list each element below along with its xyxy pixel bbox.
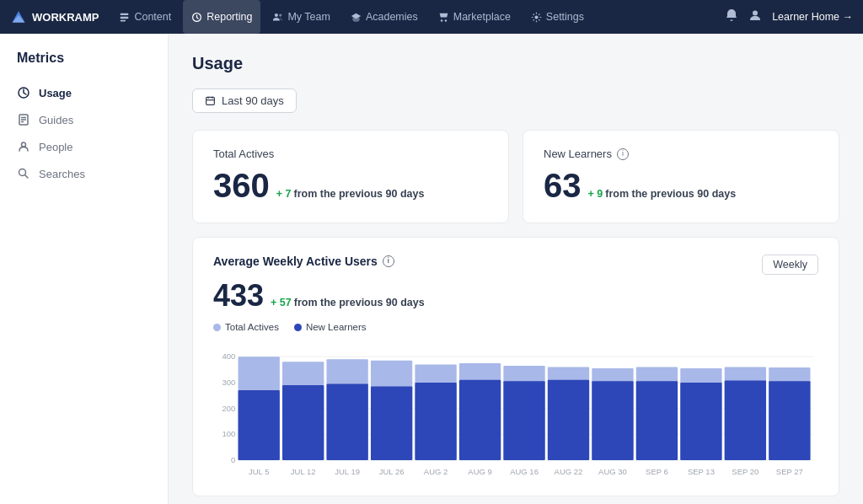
svg-text:AUG 9: AUG 9 — [468, 468, 492, 476]
svg-rect-44 — [371, 387, 412, 460]
nav-academies[interactable]: Academies — [342, 0, 426, 34]
chart-delta: + 57 from the previous 90 days — [271, 297, 425, 308]
svg-text:400: 400 — [222, 352, 236, 361]
stat-card-new-learners: New Learners i 63 + 9 from the previous … — [523, 130, 839, 223]
legend-dot-new-learners — [294, 324, 302, 331]
nav-content[interactable]: Content — [110, 0, 180, 34]
svg-rect-68 — [725, 380, 766, 460]
chart-svg: 0100200300400JUL 5JUL 12JUL 19JUL 26AUG … — [213, 344, 818, 479]
stats-row: Total Actives 360 + 7 from the previous … — [192, 130, 839, 223]
svg-text:200: 200 — [222, 405, 236, 413]
svg-text:SEP 27: SEP 27 — [776, 468, 803, 476]
svg-rect-59 — [592, 381, 633, 460]
date-filter-label: Last 90 days — [222, 94, 284, 107]
sidebar-item-usage[interactable]: Usage — [0, 79, 168, 106]
nav-settings[interactable]: Settings — [523, 0, 592, 34]
logo[interactable]: WORKRAMP — [10, 8, 99, 25]
app-layout: Metrics Usage Guides People — [0, 34, 863, 504]
svg-text:0: 0 — [231, 456, 235, 464]
svg-rect-35 — [239, 390, 280, 460]
svg-text:SEP 20: SEP 20 — [732, 468, 758, 476]
svg-text:JUL 19: JUL 19 — [335, 468, 360, 476]
top-navigation: WORKRAMP Content Reporting My Team Acade… — [0, 0, 863, 34]
svg-text:AUG 22: AUG 22 — [555, 468, 583, 476]
svg-point-17 — [22, 142, 26, 147]
svg-rect-62 — [636, 381, 678, 460]
bell-icon[interactable] — [725, 8, 738, 25]
sidebar-item-searches[interactable]: Searches — [0, 160, 168, 187]
legend-new-learners: New Learners — [294, 322, 367, 332]
svg-point-8 — [441, 19, 442, 21]
svg-point-7 — [280, 13, 282, 16]
svg-line-19 — [25, 175, 29, 179]
date-filter-button[interactable]: Last 90 days — [192, 88, 297, 113]
sidebar-title: Metrics — [0, 51, 168, 79]
svg-rect-3 — [121, 16, 129, 18]
stat-value-new-learners: 63 + 9 from the previous 90 days — [544, 169, 818, 202]
svg-text:AUG 16: AUG 16 — [510, 468, 539, 476]
learner-home-link[interactable]: Learner Home → — [772, 11, 853, 23]
svg-text:JUL 5: JUL 5 — [249, 468, 269, 476]
chart-header: Average Weekly Active Users i Weekly — [213, 255, 818, 275]
chart-title: Average Weekly Active Users i — [213, 255, 394, 268]
svg-text:SEP 6: SEP 6 — [646, 468, 668, 476]
svg-text:AUG 2: AUG 2 — [424, 468, 448, 476]
user-icon[interactable] — [748, 8, 762, 25]
nav-right: Learner Home → — [725, 8, 853, 25]
svg-rect-50 — [459, 380, 501, 460]
page-title: Usage — [192, 54, 839, 73]
chart-big-value: 433 + 57 from the previous 90 days — [213, 278, 818, 314]
stat-label-new-learners: New Learners i — [544, 147, 818, 160]
stat-delta-new-learners: + 9 from the previous 90 days — [588, 189, 737, 200]
chart-period-button[interactable]: Weekly — [762, 255, 818, 275]
stat-value-total-actives: 360 + 7 from the previous 90 days — [213, 169, 488, 202]
svg-rect-53 — [503, 381, 544, 460]
nav-reporting[interactable]: Reporting — [183, 0, 260, 34]
svg-text:300: 300 — [222, 378, 236, 387]
stat-card-total-actives: Total Actives 360 + 7 from the previous … — [192, 130, 509, 223]
sidebar-item-guides[interactable]: Guides — [0, 106, 168, 133]
sidebar: Metrics Usage Guides People — [0, 34, 169, 504]
svg-point-6 — [275, 13, 278, 17]
stat-label-total-actives: Total Actives — [213, 147, 488, 160]
main-content: Usage Last 90 days Total Actives 360 + 7 — [169, 34, 863, 504]
svg-rect-41 — [327, 383, 368, 460]
svg-rect-20 — [206, 97, 215, 105]
svg-marker-1 — [13, 15, 25, 22]
svg-text:JUL 26: JUL 26 — [379, 468, 405, 476]
chart-legend: Total Actives New Learners — [213, 322, 818, 332]
svg-text:JUL 12: JUL 12 — [291, 468, 316, 476]
legend-dot-total-actives — [213, 324, 221, 331]
svg-rect-71 — [769, 381, 810, 460]
svg-text:AUG 30: AUG 30 — [598, 468, 627, 476]
svg-rect-38 — [282, 385, 324, 460]
svg-text:SEP 13: SEP 13 — [688, 468, 715, 476]
svg-point-11 — [753, 11, 758, 16]
svg-point-9 — [444, 19, 446, 21]
svg-rect-4 — [121, 19, 126, 21]
chart-card: Average Weekly Active Users i Weekly 433… — [192, 237, 839, 496]
svg-rect-2 — [121, 13, 129, 14]
nav-marketplace[interactable]: Marketplace — [430, 0, 519, 34]
svg-rect-65 — [680, 383, 721, 460]
stat-delta-total-actives: + 7 from the previous 90 days — [276, 189, 425, 200]
sidebar-item-people[interactable]: People — [0, 133, 168, 160]
nav-my-team[interactable]: My Team — [264, 0, 338, 34]
new-learners-info-icon[interactable]: i — [617, 148, 629, 160]
svg-point-10 — [534, 15, 538, 19]
svg-rect-56 — [548, 380, 589, 460]
legend-total-actives: Total Actives — [213, 322, 279, 332]
svg-rect-47 — [415, 383, 456, 460]
bar-chart: 0100200300400JUL 5JUL 12JUL 19JUL 26AUG … — [213, 344, 818, 479]
svg-text:100: 100 — [222, 431, 236, 439]
chart-info-icon[interactable]: i — [383, 255, 394, 267]
